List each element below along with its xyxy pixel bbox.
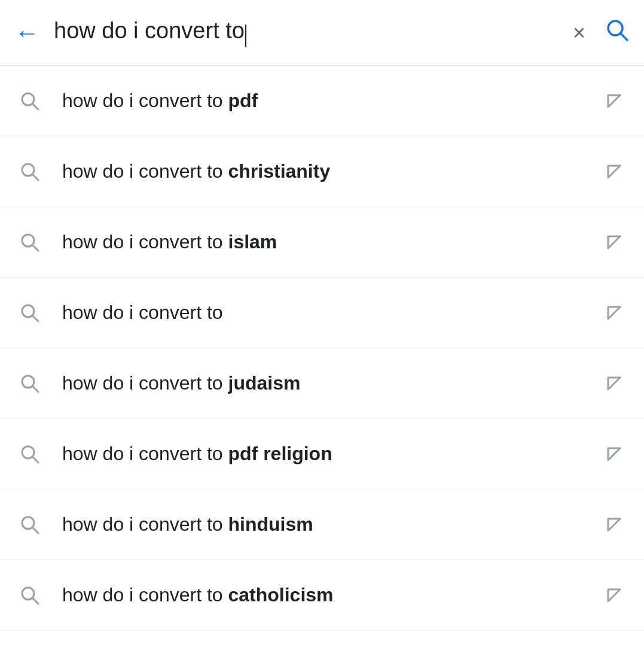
suggestion-item[interactable]: how do i convert to (0, 278, 644, 348)
svg-line-12 (32, 315, 38, 321)
suggestion-text: how do i convert to (48, 302, 596, 324)
suggestion-search-icon (12, 90, 48, 112)
suggestion-arrow-icon (596, 585, 632, 606)
suggestion-item[interactable]: how do i convert to christianity (0, 136, 644, 207)
suggestion-search-icon (12, 514, 48, 536)
svg-line-25 (609, 589, 620, 600)
suggestion-text: how do i convert to pdf religion (48, 443, 596, 465)
svg-line-7 (609, 166, 620, 177)
svg-line-1 (621, 34, 627, 40)
suggestion-item[interactable]: how do i convert to pdf (0, 66, 644, 136)
svg-line-24 (32, 598, 38, 604)
svg-line-3 (32, 104, 38, 109)
suggestion-arrow-icon (596, 161, 632, 182)
suggestion-item[interactable]: how do i convert to catholicism (0, 560, 644, 631)
suggestion-arrow-icon (596, 373, 632, 394)
suggestion-search-icon (12, 161, 48, 182)
suggestion-search-icon (12, 302, 48, 324)
svg-line-21 (32, 527, 38, 533)
search-icon (605, 17, 630, 42)
suggestion-arrow-icon (596, 90, 632, 112)
suggestion-search-icon (12, 585, 48, 606)
suggestion-search-icon (12, 443, 48, 465)
svg-line-10 (609, 236, 620, 247)
suggestion-search-icon (12, 232, 48, 253)
svg-line-15 (32, 386, 38, 392)
search-input-wrapper: how do i convert to (54, 18, 558, 47)
search-bar: ← how do i convert to × (0, 0, 644, 66)
suggestion-text: how do i convert to islam (48, 231, 596, 253)
suggestion-text: how do i convert to pdf (48, 90, 596, 112)
back-button[interactable]: ← (10, 16, 44, 50)
suggestion-arrow-icon (596, 232, 632, 253)
suggestion-text: how do i convert to catholicism (48, 584, 596, 606)
svg-line-18 (32, 457, 38, 463)
svg-line-13 (609, 307, 620, 318)
svg-line-9 (32, 245, 38, 251)
suggestion-item[interactable]: how do i convert to pdf religion (0, 419, 644, 489)
search-button[interactable] (600, 13, 634, 53)
suggestion-text: how do i convert to christianity (48, 160, 596, 182)
search-input[interactable]: how do i convert to (54, 18, 245, 43)
suggestion-text: how do i convert to hinduism (48, 513, 596, 536)
suggestion-item[interactable]: how do i convert to hinduism (0, 489, 644, 560)
suggestion-arrow-icon (596, 443, 632, 465)
suggestion-item[interactable]: how do i convert to islam (0, 207, 644, 278)
svg-line-4 (609, 95, 620, 106)
svg-line-16 (609, 378, 620, 388)
suggestion-search-icon (12, 373, 48, 394)
svg-line-19 (609, 448, 620, 459)
svg-line-22 (609, 519, 620, 530)
suggestion-text: how do i convert to judaism (48, 372, 596, 394)
suggestion-arrow-icon (596, 514, 632, 536)
clear-button[interactable]: × (568, 16, 590, 50)
search-cursor (245, 25, 246, 47)
suggestion-arrow-icon (596, 302, 632, 324)
svg-line-6 (32, 174, 38, 180)
suggestions-list: how do i convert to pdf how do i convert… (0, 66, 644, 631)
suggestion-item[interactable]: how do i convert to judaism (0, 348, 644, 419)
